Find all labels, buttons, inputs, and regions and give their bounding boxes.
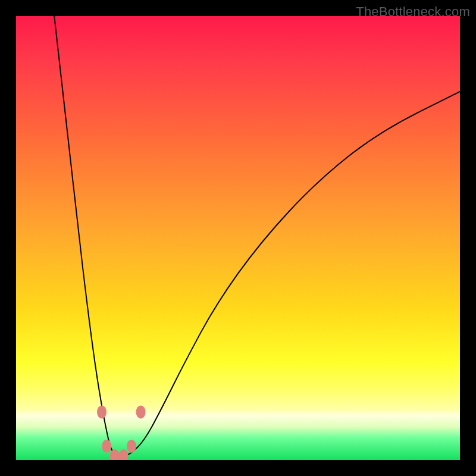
marker-dot bbox=[127, 440, 136, 453]
bottleneck-curve bbox=[54, 16, 460, 457]
marker-dot bbox=[119, 449, 129, 460]
marker-dot bbox=[102, 440, 111, 453]
marker-dot bbox=[97, 405, 107, 418]
marker-dot bbox=[136, 405, 146, 418]
curve-markers bbox=[97, 405, 146, 460]
marker-dot bbox=[110, 449, 120, 460]
brand-watermark: TheBottleneck.com bbox=[356, 4, 470, 20]
curve-svg bbox=[16, 16, 460, 460]
chart-area bbox=[16, 16, 460, 460]
